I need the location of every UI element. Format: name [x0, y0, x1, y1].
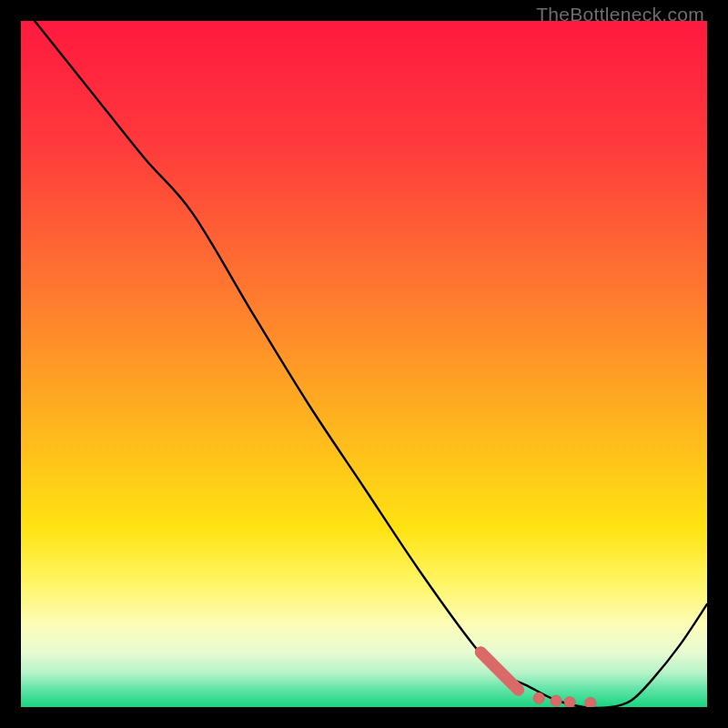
watermark-text: TheBottleneck.com: [536, 4, 704, 25]
plot-area: [21, 21, 707, 707]
background-gradient: [21, 21, 707, 707]
